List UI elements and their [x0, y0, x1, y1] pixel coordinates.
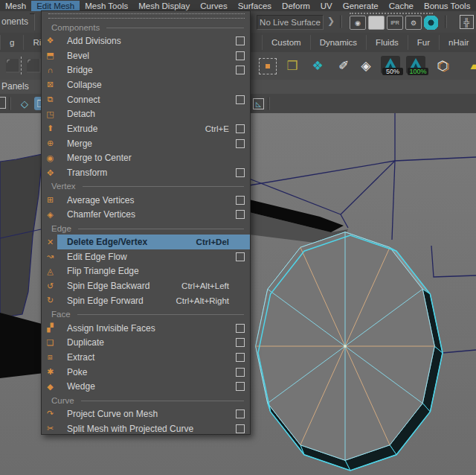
menu-item-detach[interactable]: ◳Detach [42, 106, 250, 121]
option-box[interactable] [236, 424, 245, 433]
menubar-item-surfaces[interactable]: Surfaces [233, 1, 277, 11]
menu-item-duplicate[interactable]: ❏Duplicate [42, 335, 250, 350]
menu-tearoff-handle[interactable] [48, 13, 245, 19]
collapse-icon: ⊠ [44, 80, 57, 89]
option-box[interactable] [236, 51, 245, 60]
menu-item-wedge[interactable]: ◆Wedge [42, 379, 250, 394]
clipped-toolbar-icon [0, 97, 6, 109]
paint-tool-icon[interactable]: ▰ [466, 56, 476, 75]
menu-item-label: Delete Edge/Vertex [57, 237, 196, 247]
option-box[interactable] [236, 210, 245, 219]
maya-100-icon[interactable]: 100% [406, 56, 425, 74]
menu-item-average-vertices[interactable]: ⊞Average Vertices [42, 193, 250, 208]
menu-item-merge-to-center[interactable]: ◉Merge to Center [42, 151, 250, 166]
menu-item-spin-edge-backward[interactable]: ↺Spin Edge BackwardCtrl+Alt+Left [42, 278, 250, 293]
menu-item-chamfer-vertices[interactable]: ◈Chamfer Vertices [42, 208, 250, 223]
option-box[interactable] [236, 409, 245, 418]
render-frame-icon[interactable] [368, 16, 385, 30]
option-box[interactable] [236, 252, 245, 261]
shelf-tab-g[interactable]: g [0, 35, 24, 50]
poly-cube-icon[interactable]: ⬡ [433, 56, 452, 75]
add-layer-icon[interactable]: ❖ [308, 56, 327, 75]
menu-item-connect[interactable]: ⧉Connect [42, 92, 250, 107]
delete-layers-icon[interactable]: ❒ [283, 56, 302, 75]
option-box[interactable] [236, 368, 245, 377]
mirror-geometry-icon[interactable]: ⬛ [3, 56, 22, 75]
knife-tool-icon[interactable]: ✐ [334, 56, 353, 75]
isolate-select-icon[interactable]: ◺ [253, 98, 264, 109]
snap-to-grid-icon[interactable]: ╬ [460, 15, 474, 29]
menu-item-split-mesh-with-projected-curve[interactable]: ✂Split Mesh with Projected Curve [42, 421, 250, 436]
menubar-item-bonus-tools[interactable]: Bonus Tools [419, 1, 475, 11]
selection-mode-dropdown[interactable]: onents [1, 16, 28, 27]
menu-item-label: Chamfer Vertices [57, 209, 235, 220]
option-box[interactable] [236, 168, 245, 177]
option-box-slot [235, 110, 245, 118]
shelf-tab-dynamics[interactable]: Dynamics [311, 35, 367, 50]
menu-item-add-divisions[interactable]: ❖Add Divisions [42, 34, 250, 48]
option-box[interactable] [236, 338, 245, 347]
menu-section-vertex: Vertex [42, 180, 250, 193]
menubar-item-uv[interactable]: UV [315, 1, 338, 11]
option-box[interactable] [236, 324, 245, 333]
menu-item-flip-triangle-edge[interactable]: ◬Flip Triangle Edge [42, 264, 250, 279]
marquee-tool-icon[interactable] [259, 58, 277, 74]
menu-item-assign-invisible-faces[interactable]: ▞Assign Invisible Faces [42, 321, 250, 336]
shelf-tab-fur[interactable]: Fur [408, 35, 440, 50]
maya-100-badge: 100% [408, 68, 428, 75]
menu-section-label: Curve [51, 396, 74, 405]
option-box-slot [235, 211, 245, 219]
menu-item-shortcut: Ctrl+Alt+Right [176, 296, 229, 305]
option-box[interactable] [236, 95, 245, 104]
menu-section-curve: Curve [42, 394, 250, 407]
wireframe-cube-icon[interactable]: ◇ [18, 97, 31, 110]
ipr-render-icon[interactable]: IPR [387, 16, 403, 30]
render-settings-icon[interactable]: ⚙ [405, 16, 422, 30]
menu-item-poke[interactable]: ✱Poke [42, 365, 250, 380]
live-surface-field[interactable]: No Live Surface [257, 15, 324, 30]
option-box[interactable] [236, 139, 245, 148]
hypershade-icon[interactable] [424, 16, 438, 30]
menubar-item-generate[interactable]: Generate [338, 1, 384, 11]
menu-item-merge[interactable]: ⊕Merge [42, 136, 250, 151]
menu-item-body: Chamfer Vertices [57, 208, 250, 223]
maya-50-icon[interactable]: 50% [381, 56, 400, 74]
menu-item-label: Edit Edge Flow [57, 252, 235, 262]
shelf-tab-fluids[interactable]: Fluids [367, 35, 408, 50]
menu-item-bridge[interactable]: ∩Bridge [42, 63, 250, 77]
menu-item-spin-edge-forward[interactable]: ↻Spin Edge ForwardCtrl+Alt+Right [42, 293, 250, 308]
target-weld-icon[interactable]: ◈ [356, 56, 376, 75]
option-box-slot [235, 252, 245, 261]
menu-item-collapse[interactable]: ⊠Collapse [42, 77, 250, 92]
shelf-tab-custom[interactable]: Custom [262, 35, 311, 50]
menu-item-delete-edge-vertex[interactable]: ✕Delete Edge/VertexCtrl+Del [42, 235, 250, 249]
option-box-slot [235, 169, 245, 177]
section-collapse-arrow[interactable]: ❯ [327, 16, 335, 26]
menu-item-extract[interactable]: ⧈Extract [42, 350, 250, 365]
menubar-item-edit-mesh[interactable]: Edit Mesh [31, 1, 80, 11]
menu-item-label: Project Curve on Mesh [57, 409, 235, 419]
menu-item-project-curve-on-mesh[interactable]: ↷Project Curve on Mesh [42, 407, 250, 421]
menubar-item-mesh-display[interactable]: Mesh Display [133, 1, 195, 11]
render-view-icon[interactable]: ◉ [350, 16, 366, 30]
menu-item-label: Flip Triangle Edge [57, 266, 235, 276]
shelf-tab-nhair[interactable]: nHair [440, 35, 476, 50]
menu-item-edit-edge-flow[interactable]: ↝Edit Edge Flow [42, 249, 250, 264]
menubar-item-cache[interactable]: Cache [384, 1, 419, 11]
panels-menu[interactable]: Panels [1, 81, 29, 92]
option-box[interactable] [236, 353, 245, 362]
option-box[interactable] [236, 66, 245, 74]
option-box[interactable] [236, 382, 245, 391]
menubar-item-mesh-tools[interactable]: Mesh Tools [80, 1, 133, 11]
menu-item-bevel[interactable]: ⬒Bevel [42, 48, 250, 63]
menu-item-extrude[interactable]: ⬆ExtrudeCtrl+E [42, 121, 250, 136]
menubar-item-deform[interactable]: Deform [277, 1, 315, 11]
menu-item-label: Average Vertices [57, 195, 235, 205]
menubar-item-curves[interactable]: Curves [195, 1, 232, 11]
option-box[interactable] [236, 124, 245, 133]
option-box[interactable] [236, 36, 245, 45]
menu-item-body: Spin Edge ForwardCtrl+Alt+Right [57, 293, 250, 308]
menubar-item-mesh[interactable]: Mesh [0, 1, 31, 11]
option-box[interactable] [236, 196, 245, 205]
menu-item-transform[interactable]: ✥Transform [42, 165, 250, 180]
